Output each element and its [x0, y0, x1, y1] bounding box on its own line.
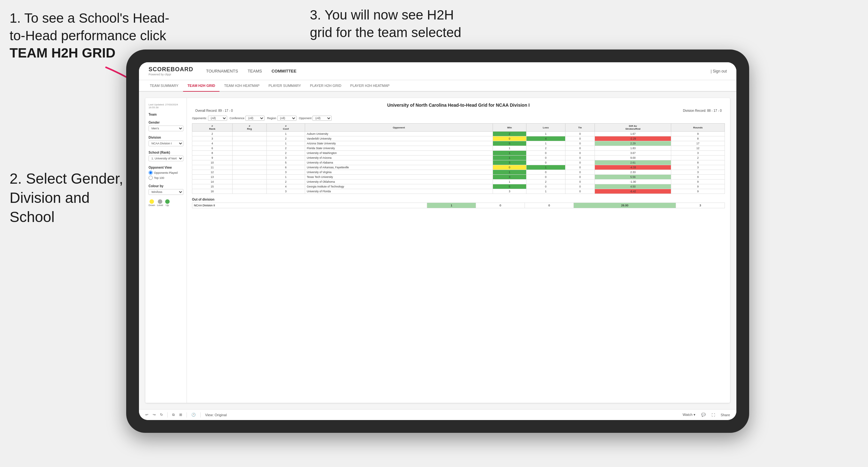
table-row: 32 Vanderbilt University 040 -2.298 — [192, 136, 725, 141]
conference-filter-label: Conference — [230, 117, 245, 120]
record-row: Overall Record: 89 - 17 - 0 Division Rec… — [192, 109, 725, 113]
tab-player-summary[interactable]: PLAYER SUMMARY — [264, 80, 305, 92]
opponents-played-option[interactable]: Opponents Played — [149, 170, 183, 175]
col-loss: Loss — [526, 124, 565, 132]
paste-button[interactable]: ⊞ — [178, 412, 183, 417]
colour-by-select[interactable]: Win/loss — [149, 189, 183, 195]
table-row: 82 University of Washington 100 3.673 — [192, 151, 725, 156]
down-dot — [150, 199, 154, 204]
opponent-filter-label: Opponent — [299, 117, 312, 120]
tab-team-h2h-heatmap[interactable]: TEAM H2H HEATMAP — [219, 80, 264, 92]
col-conf: #Conf — [267, 124, 305, 132]
table-row: 41 Arizona State University 510 2.2917 — [192, 141, 725, 146]
annotation-3-line1: 3. You will now see H2H — [310, 7, 454, 22]
gender-label: Gender — [149, 121, 183, 124]
timestamp: Last Updated: 27/03/2024 16:55:38 — [149, 103, 183, 109]
sidebar-team-section: Team — [149, 113, 183, 116]
division-select[interactable]: NCAA Division I — [149, 141, 183, 146]
nav-tournaments[interactable]: TOURNAMENTS — [206, 67, 238, 75]
share-button[interactable]: Share — [719, 412, 731, 417]
redo-button[interactable]: ↪ — [151, 412, 157, 417]
content-panel: Last Updated: 27/03/2024 16:55:38 Team G… — [145, 98, 730, 403]
opponents-filter: Opponents: (All) — [192, 116, 227, 121]
top-100-radio[interactable] — [149, 176, 153, 180]
col-rounds: Rounds — [671, 124, 725, 132]
top-100-option[interactable]: Top 100 — [149, 176, 183, 180]
tab-team-summary[interactable]: TEAM SUMMARY — [145, 80, 183, 92]
watch-button[interactable]: Watch ▾ — [681, 412, 697, 417]
tab-player-h2h-heatmap[interactable]: PLAYER H2H HEATMAP — [346, 80, 394, 92]
opponent-view-label: Opponent View — [149, 166, 183, 169]
main-content: Last Updated: 27/03/2024 16:55:38 Team G… — [139, 92, 736, 409]
region-filter: Region (All) — [267, 116, 297, 121]
copy-button[interactable]: ⧉ — [171, 412, 176, 417]
sidebar-division-section: Division NCAA Division I — [149, 136, 183, 146]
annotation-1-line1: 1. To see a School's Head- — [9, 10, 169, 26]
table-row: 123 University of Virginia 100 2.333 — [192, 170, 725, 175]
logo-sub: Powered by clippi — [149, 73, 193, 76]
up-dot — [165, 199, 169, 204]
opponents-played-radio[interactable] — [149, 170, 153, 175]
region-filter-select[interactable]: (All) — [277, 116, 297, 121]
tablet-screen: SCOREBOARD Powered by clippi TOURNAMENTS… — [139, 62, 736, 420]
grid-title: University of North Carolina Head-to-Hea… — [192, 102, 725, 107]
division-label: Division — [149, 136, 183, 139]
division-record: Division Record: 88 - 17 - 0 — [683, 109, 722, 113]
table-row: 105 University of Alabama 300 2.618 — [192, 160, 725, 165]
opponent-filter-select[interactable]: (All) — [312, 116, 332, 121]
color-legend: Down Level Up — [149, 199, 183, 207]
opponents-filter-select[interactable]: (All) — [208, 116, 227, 121]
opponent-filter: Opponent (All) — [299, 116, 332, 121]
comment-button[interactable]: 💬 — [700, 412, 707, 417]
nav-items: TOURNAMENTS TEAMS COMMITTEE — [206, 67, 711, 75]
grid-area: University of North Carolina Head-to-Hea… — [187, 98, 730, 403]
h2h-table: #Rank #Reg #Conf Opponent Win Loss Tie D… — [192, 123, 725, 194]
fullscreen-button[interactable]: ⛶ — [710, 412, 716, 417]
table-row: 93 University of Arizona 100 9.002 — [192, 156, 725, 160]
nav-committee[interactable]: COMMITTEE — [272, 67, 297, 75]
annotation-2-line3: School — [9, 209, 55, 225]
table-row: 116 University of Arkansas, Fayetteville… — [192, 165, 725, 170]
nav-teams[interactable]: TEAMS — [248, 67, 262, 75]
view-original-button[interactable]: View: Original — [204, 412, 228, 417]
table-row: 163 University of Florida 310 -6.429 — [192, 189, 725, 194]
overall-record: Overall Record: 89 - 17 - 0 — [195, 109, 233, 113]
tab-team-h2h-grid[interactable]: TEAM H2H GRID — [183, 80, 220, 92]
gender-select[interactable]: Men's — [149, 126, 183, 131]
clock-button[interactable]: 🕐 — [190, 412, 197, 417]
legend-up: Up — [165, 199, 169, 207]
legend-level: Level — [157, 199, 163, 207]
legend-down: Down — [149, 199, 155, 207]
out-of-division-label: Out of division — [192, 198, 725, 201]
annotation-2-line2: Division and — [9, 189, 90, 206]
table-row: 131 Texas Tech University 300 5.569 — [192, 175, 725, 180]
toolbar-view-group: ⧉ ⊞ — [171, 412, 183, 417]
app-header: SCOREBOARD Powered by clippi TOURNAMENTS… — [139, 62, 736, 80]
sub-nav: TEAM SUMMARY TEAM H2H GRID TEAM H2H HEAT… — [139, 80, 736, 92]
refresh-button[interactable]: ↻ — [159, 412, 164, 417]
toolbar-undo-group: ↩ ↪ ↻ — [144, 412, 164, 417]
undo-button[interactable]: ↩ — [144, 412, 150, 417]
col-rank: #Rank — [192, 124, 232, 132]
sidebar: Last Updated: 27/03/2024 16:55:38 Team G… — [145, 98, 187, 403]
out-div-row: NCAA Division II 1 0 0 26.00 3 — [192, 203, 725, 208]
toolbar-separator-2 — [187, 412, 187, 417]
opponents-filter-label: Opponents: — [192, 117, 207, 120]
table-row: 21 Auburn University 210 1.679 — [192, 132, 725, 136]
level-dot — [158, 199, 162, 204]
out-of-division-table: NCAA Division II 1 0 0 26.00 3 — [192, 203, 725, 208]
toolbar-separator-3 — [200, 412, 200, 417]
col-diff: Diff AvStrokes/Rnd — [595, 124, 671, 132]
table-row: 142 University of Oklahoma 120 -1.009 — [192, 180, 725, 184]
sign-out-link[interactable]: | Sign out — [711, 69, 727, 73]
conference-filter-select[interactable]: (All) — [245, 116, 265, 121]
toolbar-separator-1 — [167, 412, 168, 417]
sidebar-opponent-view-section: Opponent View Opponents Played Top 100 — [149, 166, 183, 180]
sidebar-colour-section: Colour by Win/loss — [149, 184, 183, 195]
filters-row: Opponents: (All) Conference (All) — [192, 116, 725, 121]
school-select[interactable]: 1. University of Nort... — [149, 156, 183, 161]
logo-area: SCOREBOARD Powered by clippi — [149, 66, 193, 76]
bottom-toolbar: ↩ ↪ ↻ ⧉ ⊞ 🕐 View: Original Watch ▾ 💬 ⛶ S… — [139, 409, 736, 420]
tab-player-h2h-grid[interactable]: PLAYER H2H GRID — [305, 80, 346, 92]
annotation-1-bold: TEAM H2H GRID — [9, 45, 115, 60]
